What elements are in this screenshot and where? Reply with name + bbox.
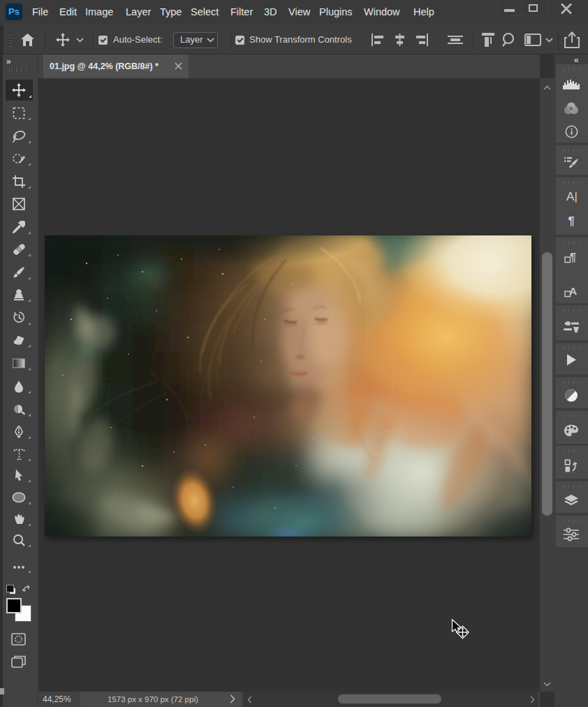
svg-text:¶: ¶	[570, 252, 576, 263]
